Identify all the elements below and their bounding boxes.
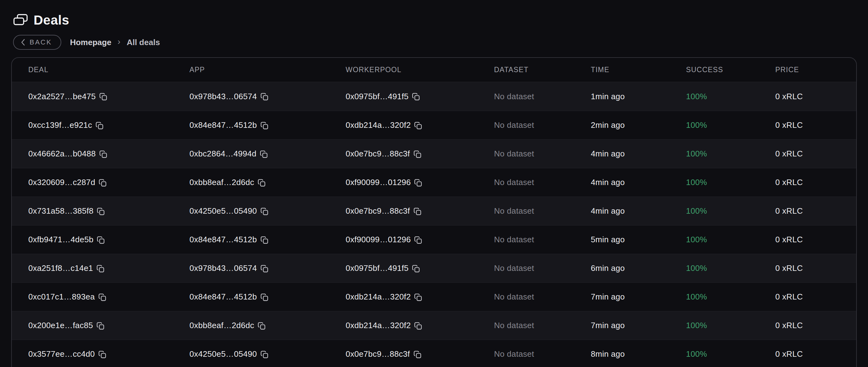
price-cell: 0 xRLC xyxy=(775,235,856,244)
table-row[interactable]: 0x3577ee…cc4d0 0x4250e5…05490 0x0e7bc9…8… xyxy=(12,340,856,367)
workerpool-hash-link[interactable]: 0xdb214a…320f2 xyxy=(346,292,411,302)
workerpool-hash-link[interactable]: 0x0975bf…491f5 xyxy=(346,92,408,101)
table-row[interactable]: 0x2a2527…be475 0x978b43…06574 0x0975bf…4… xyxy=(12,82,856,111)
copy-icon[interactable] xyxy=(414,321,422,330)
workerpool-hash-link[interactable]: 0x0e7bc9…88c3f xyxy=(346,206,410,216)
copy-icon[interactable] xyxy=(414,121,422,130)
table-row[interactable]: 0x320609…c287d 0xbb8eaf…2d6dc 0xf90099…0… xyxy=(12,168,856,196)
time-cell: 8min ago xyxy=(591,349,686,359)
copy-icon[interactable] xyxy=(260,150,268,158)
app-hash-link[interactable]: 0xbb8eaf…2d6dc xyxy=(189,320,254,330)
deal-cell: 0x320609…c287d xyxy=(28,178,189,187)
deal-hash-link[interactable]: 0xcc139f…e921c xyxy=(28,120,92,130)
breadcrumb: Homepage › All deals xyxy=(70,37,160,47)
copy-icon[interactable] xyxy=(413,350,422,359)
app-hash-link[interactable]: 0xbb8eaf…2d6dc xyxy=(189,178,254,187)
column-header-dataset: DATASET xyxy=(494,66,591,74)
table-row[interactable]: 0xcc139f…e921c 0x84e847…4512b 0xdb214a…3… xyxy=(12,111,856,139)
success-cell: 100% xyxy=(686,292,775,302)
copy-icon[interactable] xyxy=(260,121,269,130)
copy-icon[interactable] xyxy=(260,236,269,244)
copy-icon[interactable] xyxy=(96,264,104,273)
copy-icon[interactable] xyxy=(414,293,422,301)
success-cell: 100% xyxy=(686,92,775,101)
deals-table: DEAL APP WORKERPOOL DATASET TIME SUCCESS… xyxy=(11,57,857,367)
copy-icon[interactable] xyxy=(257,321,266,330)
price-cell: 0 xRLC xyxy=(775,178,856,187)
deal-hash-link[interactable]: 0x731a58…385f8 xyxy=(28,206,93,216)
dataset-cell: No dataset xyxy=(494,92,591,101)
chevron-left-icon xyxy=(21,38,26,46)
copy-icon[interactable] xyxy=(412,92,420,101)
table-header-row: DEAL APP WORKERPOOL DATASET TIME SUCCESS… xyxy=(12,58,856,82)
copy-icon[interactable] xyxy=(413,207,422,216)
app-cell: 0x84e847…4512b xyxy=(189,235,346,244)
copy-icon[interactable] xyxy=(260,264,269,273)
copy-icon[interactable] xyxy=(98,350,106,359)
copy-icon[interactable] xyxy=(260,92,269,101)
price-cell: 0 xRLC xyxy=(775,320,856,330)
workerpool-hash-link[interactable]: 0x0e7bc9…88c3f xyxy=(346,149,410,159)
deal-hash-link[interactable]: 0x2a2527…be475 xyxy=(28,92,96,101)
price-cell: 0 xRLC xyxy=(775,349,856,359)
deals-table-body: 0x2a2527…be475 0x978b43…06574 0x0975bf…4… xyxy=(12,82,856,367)
table-row[interactable]: 0x46662a…b0488 0xbc2864…4994d 0x0e7bc9…8… xyxy=(12,139,856,168)
price-cell: 0 xRLC xyxy=(775,120,856,130)
deal-cell: 0xc017c1…893ea xyxy=(28,292,189,302)
app-hash-link[interactable]: 0x4250e5…05490 xyxy=(189,206,257,216)
workerpool-hash-link[interactable]: 0x0975bf…491f5 xyxy=(346,264,408,273)
copy-icon[interactable] xyxy=(257,178,266,187)
app-cell: 0x4250e5…05490 xyxy=(189,206,346,216)
success-cell: 100% xyxy=(686,120,775,130)
workerpool-hash-link[interactable]: 0x0e7bc9…88c3f xyxy=(346,349,410,359)
copy-icon[interactable] xyxy=(99,178,107,187)
deal-hash-link[interactable]: 0xa251f8…c14e1 xyxy=(28,264,93,273)
back-button-label: BACK xyxy=(30,38,52,47)
back-button[interactable]: BACK xyxy=(13,35,61,50)
copy-icon[interactable] xyxy=(413,150,422,158)
table-row[interactable]: 0xc017c1…893ea 0x84e847…4512b 0xdb214a…3… xyxy=(12,282,856,311)
deal-cell: 0x200e1e…fac85 xyxy=(28,320,189,330)
deal-cell: 0x2a2527…be475 xyxy=(28,92,189,101)
deal-hash-link[interactable]: 0x3577ee…cc4d0 xyxy=(28,349,95,359)
copy-icon[interactable] xyxy=(99,92,107,101)
app-hash-link[interactable]: 0x84e847…4512b xyxy=(189,235,257,244)
workerpool-hash-link[interactable]: 0xf90099…01296 xyxy=(346,178,411,187)
deal-hash-link[interactable]: 0xc017c1…893ea xyxy=(28,292,95,302)
copy-icon[interactable] xyxy=(95,121,103,130)
deal-cell: 0xcc139f…e921c xyxy=(28,120,189,130)
copy-icon[interactable] xyxy=(260,293,269,301)
copy-icon[interactable] xyxy=(414,178,422,187)
time-cell: 4min ago xyxy=(591,149,686,159)
deal-hash-link[interactable]: 0x46662a…b0488 xyxy=(28,149,96,159)
copy-icon[interactable] xyxy=(99,150,107,158)
copy-icon[interactable] xyxy=(97,236,105,244)
app-hash-link[interactable]: 0x4250e5…05490 xyxy=(189,349,257,359)
copy-icon[interactable] xyxy=(414,236,422,244)
table-row[interactable]: 0x731a58…385f8 0x4250e5…05490 0x0e7bc9…8… xyxy=(12,196,856,225)
deal-hash-link[interactable]: 0xfb9471…4de5b xyxy=(28,235,93,244)
workerpool-hash-link[interactable]: 0xdb214a…320f2 xyxy=(346,320,411,330)
copy-icon[interactable] xyxy=(260,350,269,359)
app-hash-link[interactable]: 0xbc2864…4994d xyxy=(189,149,256,159)
workerpool-hash-link[interactable]: 0xdb214a…320f2 xyxy=(346,120,411,130)
table-row[interactable]: 0xa251f8…c14e1 0x978b43…06574 0x0975bf…4… xyxy=(12,254,856,282)
workerpool-hash-link[interactable]: 0xf90099…01296 xyxy=(346,235,411,244)
app-hash-link[interactable]: 0x84e847…4512b xyxy=(189,120,257,130)
copy-icon[interactable] xyxy=(97,207,105,216)
copy-icon[interactable] xyxy=(412,264,420,273)
table-row[interactable]: 0xfb9471…4de5b 0x84e847…4512b 0xf90099…0… xyxy=(12,225,856,254)
app-cell: 0x4250e5…05490 xyxy=(189,349,346,359)
app-hash-link[interactable]: 0x978b43…06574 xyxy=(189,92,257,101)
deal-hash-link[interactable]: 0x320609…c287d xyxy=(28,178,95,187)
dataset-cell: No dataset xyxy=(494,320,591,330)
deal-hash-link[interactable]: 0x200e1e…fac85 xyxy=(28,320,93,330)
copy-icon[interactable] xyxy=(98,293,106,301)
copy-icon[interactable] xyxy=(96,321,104,330)
breadcrumb-homepage[interactable]: Homepage xyxy=(70,38,112,47)
app-hash-link[interactable]: 0x84e847…4512b xyxy=(189,292,257,302)
app-hash-link[interactable]: 0x978b43…06574 xyxy=(189,264,257,273)
copy-icon[interactable] xyxy=(260,207,269,216)
table-row[interactable]: 0x200e1e…fac85 0xbb8eaf…2d6dc 0xdb214a…3… xyxy=(12,311,856,340)
app-cell: 0x978b43…06574 xyxy=(189,264,346,273)
